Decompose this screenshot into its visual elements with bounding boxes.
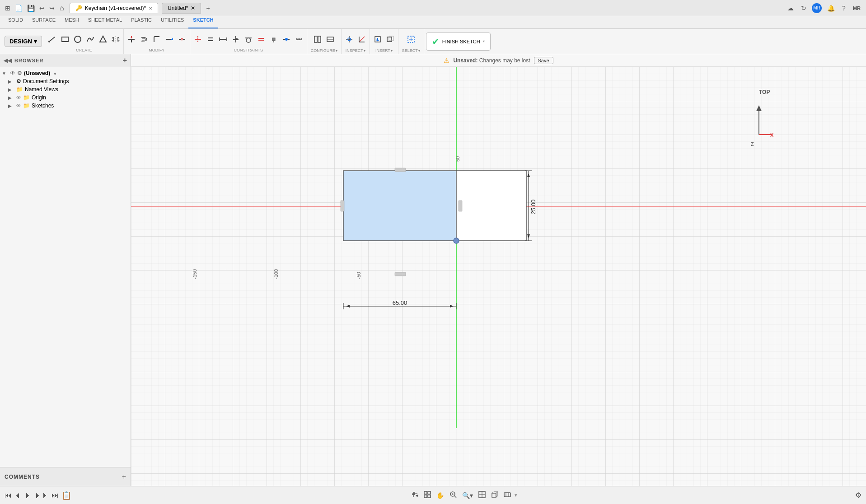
cloud-icon[interactable]: ☁ [786,4,796,13]
inspect-icon2[interactable] [356,33,368,45]
save-button[interactable]: Save [534,57,553,64]
finish-sketch-button[interactable]: ✔ FINISH SKETCH ▾ [426,33,491,51]
tree-origin-arrow[interactable]: ▶ [8,95,14,100]
tab-sketch[interactable]: SKETCH [188,12,218,28]
help-icon[interactable]: ? [840,4,847,13]
add-tab-button[interactable]: + [205,4,211,13]
grid-display-button[interactable] [409,490,420,500]
update-icon[interactable]: ↻ [799,4,808,13]
pan-button[interactable]: ✋ [435,491,446,500]
timeline-icon[interactable]: 📋 [61,490,71,500]
tree-item-named-views[interactable]: ▶ 📁 Named Views [0,85,131,93]
handle-mid[interactable] [459,201,462,211]
fillet-tool[interactable] [151,33,163,45]
tab-keychain-close[interactable]: ✕ [149,6,152,11]
tab-keychain[interactable]: 🔑 Keychain (v1-recovered)* ✕ [70,3,158,13]
dim-width-label[interactable]: 65.00 [393,299,407,306]
sketch-rect-right[interactable] [456,171,526,241]
midpoint-constraint[interactable] [281,33,292,45]
spline-tool[interactable] [84,33,96,45]
parallel-constraint[interactable] [205,33,216,45]
tangent-constraint[interactable] [243,33,254,45]
settings-button[interactable]: ⚙ [855,491,861,499]
canvas-area[interactable]: ⚠ Unsaved: Changes may be lost Save [131,54,866,486]
profile-badge[interactable]: MR [812,3,822,13]
tree-item-sketches[interactable]: ▶ 👁 📁 Sketches [0,102,131,110]
notification-icon[interactable]: 🔔 [825,4,837,13]
collinear-constraint[interactable] [293,33,305,45]
tree-item-origin[interactable]: ▶ 👁 📁 Origin [0,93,131,102]
configure-icon2[interactable] [324,33,336,45]
design-button[interactable]: DESIGN ▾ [5,36,42,47]
fix-constraint[interactable] [268,33,280,45]
line-tool[interactable] [47,33,58,45]
play-button[interactable]: ⏵ [24,491,32,499]
settings-icon-root[interactable]: ⚙ [17,70,22,76]
tree-origin-eye-icon[interactable]: 👁 [16,95,21,100]
tree-item-doc-settings[interactable]: ▶ ⚙ Document Settings [0,77,131,85]
configure-icon1[interactable] [312,33,323,45]
tab-utilities[interactable]: UTILITIES [156,12,188,28]
undo-button[interactable]: ↩ [38,4,46,13]
equal-constraint[interactable] [255,33,267,45]
user-icon[interactable]: MR [851,5,862,12]
trim-tool[interactable] [126,33,137,45]
mirror-tool[interactable] [110,33,122,45]
perpendicular-constraint[interactable] [230,33,242,45]
step-forward-button[interactable]: ⏵⏵ [34,491,49,499]
skip-start-button[interactable]: ⏮ [5,491,12,499]
visual-style-button[interactable] [502,490,513,500]
tab-solid[interactable]: SOLID [4,12,28,28]
configure-dropdown[interactable]: CONFIGURE ▾ [309,47,339,54]
select-icon[interactable] [405,33,417,45]
grid-snap-button[interactable] [422,490,433,500]
comments-add-icon[interactable]: + [122,473,126,481]
inspect-icon1[interactable] [343,33,355,45]
insert-icon1[interactable] [372,33,384,45]
offset-tool[interactable] [138,33,150,45]
display-mode-button[interactable] [477,490,487,500]
tab-untitled[interactable]: Untitled* ✕ [162,3,201,14]
tree-item-root[interactable]: ▼ 👁 ⚙ (Unsaved) ● [0,69,131,77]
sketch-rect-filled[interactable] [343,171,456,241]
tree-doc-arrow[interactable]: ▶ [8,79,14,84]
view-cube-button[interactable] [489,490,500,500]
horizontal-constraint[interactable] [217,33,229,45]
coincident-constraint[interactable] [192,33,204,45]
skip-end-button[interactable]: ⏭ [51,491,59,499]
comments-panel[interactable]: COMMENTS + [0,467,131,486]
tab-untitled-close[interactable]: ✕ [191,5,195,11]
tree-sketches-arrow[interactable]: ▶ [8,103,14,108]
zoom-dropdown-button[interactable]: 🔍▾ [460,491,475,500]
inspect-dropdown[interactable]: INSPECT ▾ [344,47,367,54]
tab-surface[interactable]: SURFACE [28,12,60,28]
break-tool[interactable] [176,33,188,45]
tab-mesh[interactable]: MESH [60,12,84,28]
insert-icon2[interactable] [384,33,396,45]
browser-add-button[interactable]: + [123,57,127,64]
coincident-point[interactable] [454,238,459,243]
polygon-tool[interactable] [97,33,109,45]
step-back-button[interactable]: ⏴ [14,491,22,499]
save-icon[interactable]: 💾 [26,4,36,13]
redo-button[interactable]: ↪ [48,4,56,13]
select-dropdown[interactable]: SELECT ▾ [400,47,422,54]
insert-dropdown[interactable]: INSERT ▾ [374,47,394,54]
app-grid-icon[interactable]: ⊞ [4,4,12,13]
tree-root-arrow[interactable]: ▼ [2,71,8,76]
handle-left[interactable] [341,201,344,211]
svg-line-0 [49,37,55,42]
browser-collapse-icon[interactable]: ◀◀ [4,57,12,64]
eye-icon[interactable]: 👁 [10,70,15,76]
circle-tool[interactable] [72,33,84,45]
tree-named-arrow[interactable]: ▶ [8,87,14,92]
tree-sketches-eye-icon[interactable]: 👁 [16,103,21,108]
file-icon[interactable]: 📄 [14,4,24,13]
rectangle-tool[interactable] [59,33,71,45]
dim-height-label[interactable]: 25.00 [530,200,537,215]
extend-tool[interactable] [164,33,175,45]
home-button[interactable]: ⌂ [58,3,66,13]
tab-plastic[interactable]: PLASTIC [126,12,156,28]
zoom-fit-button[interactable] [448,490,459,500]
tab-sheetmetal[interactable]: SHEET METAL [84,12,126,28]
